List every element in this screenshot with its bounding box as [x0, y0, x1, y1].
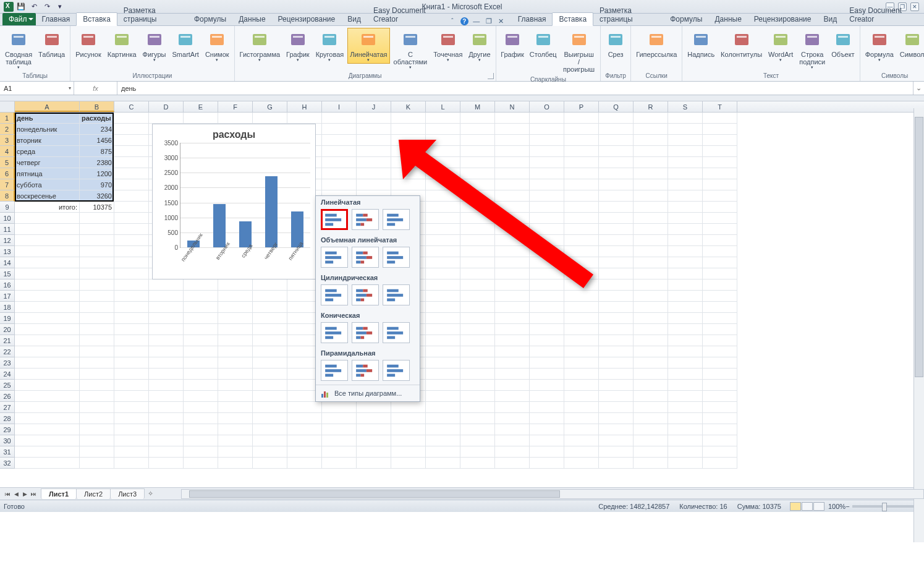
cell[interactable] — [668, 179, 703, 190]
cell[interactable] — [184, 458, 218, 469]
cell[interactable] — [357, 446, 391, 458]
cell[interactable] — [599, 202, 634, 213]
cell[interactable] — [322, 435, 357, 446]
cell[interactable] — [322, 113, 357, 124]
cell[interactable] — [391, 168, 426, 179]
cell[interactable] — [703, 313, 737, 324]
cell[interactable] — [460, 291, 495, 302]
cell[interactable]: 2380 — [80, 157, 114, 168]
cell[interactable] — [15, 324, 80, 335]
ribbon-tab[interactable]: Рецензирование — [272, 13, 342, 25]
cell[interactable] — [253, 279, 287, 291]
cell[interactable] — [460, 391, 495, 402]
cell[interactable] — [564, 291, 599, 302]
cell[interactable] — [703, 179, 737, 190]
sheet-next-icon[interactable]: ▶ — [21, 491, 28, 497]
cell[interactable]: вторник — [15, 135, 80, 146]
col-header[interactable]: A — [15, 101, 80, 112]
cell[interactable] — [15, 257, 80, 268]
cell[interactable] — [253, 402, 287, 413]
cell[interactable] — [564, 179, 599, 190]
window-restore-icon[interactable]: ❐ — [485, 17, 493, 25]
cell[interactable] — [460, 346, 495, 357]
cell[interactable] — [391, 402, 426, 413]
cell[interactable] — [599, 413, 634, 424]
cell[interactable] — [184, 113, 218, 124]
cell[interactable] — [495, 168, 530, 179]
ribbon-button[interactable]: Строка подписи▾ — [797, 28, 828, 71]
cell[interactable] — [668, 202, 703, 213]
cell[interactable] — [80, 424, 114, 435]
cell[interactable] — [634, 446, 668, 458]
cell[interactable] — [460, 257, 495, 268]
cell[interactable] — [253, 324, 287, 335]
cell[interactable] — [357, 124, 391, 135]
ribbon-button[interactable]: WordArt▾ — [766, 28, 795, 64]
chart-type-option[interactable] — [352, 360, 379, 381]
cell[interactable] — [564, 357, 599, 369]
cell[interactable] — [634, 335, 668, 346]
cell[interactable] — [426, 202, 460, 213]
cell[interactable] — [495, 369, 530, 380]
cell[interactable] — [80, 335, 114, 346]
cell[interactable] — [114, 190, 149, 202]
cell[interactable] — [149, 346, 184, 357]
ribbon-tab[interactable]: Вид — [341, 13, 367, 25]
cell[interactable] — [460, 435, 495, 446]
cell[interactable] — [564, 335, 599, 346]
row-header[interactable]: 12 — [0, 235, 15, 246]
col-header[interactable]: T — [703, 101, 737, 112]
cell[interactable] — [287, 446, 322, 458]
cell[interactable] — [599, 369, 634, 380]
cell[interactable] — [564, 235, 599, 246]
cell[interactable] — [184, 446, 218, 458]
cell[interactable] — [218, 335, 253, 346]
cell[interactable] — [564, 380, 599, 391]
cell[interactable] — [668, 369, 703, 380]
cell[interactable] — [634, 179, 668, 190]
sheet-tab[interactable]: Лист1 — [41, 488, 77, 499]
row-header[interactable]: 24 — [0, 369, 15, 380]
cell[interactable] — [460, 146, 495, 157]
chart-type-option[interactable] — [383, 322, 410, 343]
cell[interactable] — [564, 402, 599, 413]
cell[interactable] — [426, 113, 460, 124]
ribbon-tab-рецензирование[interactable]: Рецензирование — [748, 13, 818, 25]
grid-rows[interactable]: 1деньрасходы2понедельник2343вторник14564… — [0, 113, 924, 469]
cell[interactable] — [668, 157, 703, 168]
cell[interactable] — [460, 279, 495, 291]
cell[interactable] — [184, 346, 218, 357]
cell[interactable] — [599, 458, 634, 469]
cell[interactable] — [114, 291, 149, 302]
cell[interactable] — [426, 179, 460, 190]
cell[interactable] — [530, 113, 564, 124]
cell[interactable] — [599, 357, 634, 369]
cell[interactable] — [460, 202, 495, 213]
cell[interactable] — [703, 190, 737, 202]
cell[interactable] — [564, 190, 599, 202]
row-header[interactable]: 27 — [0, 402, 15, 413]
window-min-icon[interactable]: — — [472, 17, 481, 25]
ribbon-button[interactable]: График — [499, 28, 527, 60]
cell[interactable] — [15, 413, 80, 424]
cell[interactable] — [703, 235, 737, 246]
cell[interactable] — [530, 391, 564, 402]
cell[interactable] — [564, 135, 599, 146]
cell[interactable] — [357, 146, 391, 157]
cell[interactable] — [253, 435, 287, 446]
cell[interactable] — [114, 213, 149, 224]
cell[interactable] — [495, 446, 530, 458]
cell[interactable] — [218, 302, 253, 313]
cell[interactable] — [218, 279, 253, 291]
cell[interactable] — [426, 302, 460, 313]
ribbon-button[interactable]: Выигрыш / проигрыш — [560, 28, 598, 75]
normal-view-icon[interactable] — [790, 502, 801, 511]
cell[interactable] — [634, 291, 668, 302]
cell[interactable] — [184, 380, 218, 391]
chart-type-option[interactable] — [321, 284, 348, 305]
cell[interactable] — [80, 380, 114, 391]
cell[interactable] — [460, 213, 495, 224]
cell[interactable] — [634, 168, 668, 179]
cell[interactable] — [460, 268, 495, 279]
cell[interactable] — [391, 435, 426, 446]
